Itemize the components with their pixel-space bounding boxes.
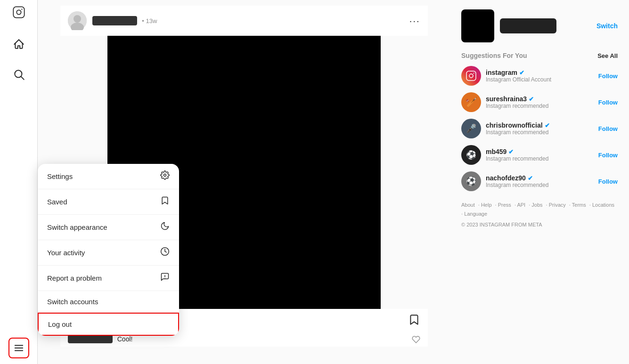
switch-appearance-label: Switch appearance bbox=[47, 223, 107, 231]
follow-button-nacho[interactable]: Follow bbox=[598, 178, 618, 185]
your-activity-menu-item[interactable]: Your activity bbox=[38, 240, 179, 266]
footer-link-api[interactable]: API bbox=[517, 202, 525, 208]
switch-accounts-label: Switch accounts bbox=[47, 298, 98, 306]
suggestion-avatar-instagram bbox=[461, 66, 481, 86]
dropdown-menu: Settings Saved Switch appearance bbox=[38, 164, 179, 336]
home-button[interactable] bbox=[8, 34, 29, 55]
verified-badge: ✔ bbox=[508, 148, 514, 155]
suggestion-avatar-suresh: 🏏 bbox=[461, 92, 481, 112]
svg-rect-17 bbox=[466, 71, 476, 81]
post-username: ████████ bbox=[92, 16, 137, 25]
saved-menu-item[interactable]: Saved bbox=[38, 189, 179, 215]
logout-label: Log out bbox=[48, 320, 72, 328]
left-sidebar: Settings Saved Switch appearance bbox=[0, 0, 38, 364]
svg-point-1 bbox=[16, 10, 21, 14]
alert-icon bbox=[160, 272, 170, 284]
settings-label: Settings bbox=[47, 172, 73, 180]
footer-links: About · Help · Press · API · Jobs · Priv… bbox=[461, 201, 618, 218]
suggestion-avatar-chris: 🎤 bbox=[461, 119, 481, 138]
your-activity-label: Your activity bbox=[47, 249, 85, 257]
suggestions-title: Suggestions For You bbox=[461, 52, 527, 59]
suggestions-header: Suggestions For You See All bbox=[461, 52, 618, 59]
suggestion-avatar-nacho: ⚽ bbox=[461, 171, 481, 191]
suggestion-name: instagram ✔ bbox=[486, 69, 598, 76]
settings-icon bbox=[160, 170, 170, 182]
report-problem-label: Report a problem bbox=[47, 274, 102, 282]
switch-button[interactable]: Switch bbox=[596, 22, 618, 30]
footer-copyright: © 2023 INSTAGRAM FROM META bbox=[461, 222, 618, 227]
footer-link-press[interactable]: Press bbox=[498, 202, 511, 208]
right-username bbox=[500, 18, 556, 33]
suggestion-sub: Instagram recommended bbox=[486, 182, 598, 188]
footer-link-language[interactable]: Language bbox=[464, 211, 487, 217]
follow-button-suresh[interactable]: Follow bbox=[598, 99, 618, 106]
follow-button-mb[interactable]: Follow bbox=[598, 152, 618, 159]
svg-rect-0 bbox=[13, 7, 24, 17]
svg-point-8 bbox=[164, 174, 166, 177]
saved-label: Saved bbox=[47, 198, 67, 206]
sidebar-bottom: Settings Saved Switch appearance bbox=[8, 338, 29, 358]
post-time: • 13w bbox=[142, 17, 157, 24]
follow-button-instagram[interactable]: Follow bbox=[598, 73, 618, 80]
verified-badge: ✔ bbox=[519, 69, 524, 76]
suggestion-sub: Instagram recommended bbox=[486, 103, 598, 109]
svg-line-4 bbox=[21, 77, 24, 80]
suggestion-info-mb: mb459 ✔ Instagram recommended bbox=[486, 148, 598, 162]
right-top-user: Switch bbox=[461, 9, 618, 42]
svg-point-13 bbox=[74, 15, 81, 23]
verified-badge: ✔ bbox=[545, 122, 550, 129]
suggestion-name: chrisbrownofficial ✔ bbox=[486, 121, 598, 129]
settings-menu-item[interactable]: Settings bbox=[38, 164, 179, 189]
suggestion-row: ⚽ nachofdez90 ✔ Instagram recommended Fo… bbox=[461, 171, 618, 191]
report-problem-menu-item[interactable]: Report a problem bbox=[38, 266, 179, 291]
right-sidebar: Switch Suggestions For You See All insta… bbox=[450, 0, 629, 364]
moon-icon bbox=[160, 221, 170, 233]
suggestion-avatar-mb: ⚽ bbox=[461, 145, 481, 165]
suggestion-info-nacho: nachofdez90 ✔ Instagram recommended bbox=[486, 174, 598, 188]
suggestion-name: nachofdez90 ✔ bbox=[486, 174, 598, 182]
suggestions-list: instagram ✔ Instagram Official Account F… bbox=[461, 66, 618, 191]
svg-point-18 bbox=[469, 74, 473, 78]
suggestion-row: 🎤 chrisbrownofficial ✔ Instagram recomme… bbox=[461, 119, 618, 138]
post-header: ████████ • 13w ··· bbox=[60, 6, 428, 36]
logout-menu-item[interactable]: Log out bbox=[38, 313, 179, 336]
suggestion-info-chris: chrisbrownofficial ✔ Instagram recommend… bbox=[486, 121, 598, 136]
hamburger-button[interactable] bbox=[8, 338, 29, 358]
footer-link-jobs[interactable]: Jobs bbox=[531, 202, 542, 208]
bookmark-icon bbox=[160, 196, 170, 208]
caption-text: Cool! bbox=[117, 335, 133, 343]
verified-badge: ✔ bbox=[528, 175, 533, 182]
suggestion-info-instagram: instagram ✔ Instagram Official Account bbox=[486, 69, 598, 83]
like-count-icon[interactable] bbox=[412, 335, 420, 345]
suggestion-row: 🏏 sureshraina3 ✔ Instagram recommended F… bbox=[461, 92, 618, 112]
instagram-logo[interactable] bbox=[12, 6, 25, 21]
suggestion-row: instagram ✔ Instagram Official Account F… bbox=[461, 66, 618, 86]
verified-badge: ✔ bbox=[529, 96, 534, 103]
suggestion-name: sureshraina3 ✔ bbox=[486, 95, 598, 103]
post-user-info: ████████ • 13w bbox=[92, 16, 157, 25]
svg-point-2 bbox=[21, 8, 22, 9]
more-options-button[interactable]: ··· bbox=[409, 16, 420, 26]
footer-link-privacy[interactable]: Privacy bbox=[549, 202, 566, 208]
switch-appearance-menu-item[interactable]: Switch appearance bbox=[38, 215, 179, 240]
suggestion-info-suresh: sureshraina3 ✔ Instagram recommended bbox=[486, 95, 598, 109]
suggestion-row: ⚽ mb459 ✔ Instagram recommended Follow bbox=[461, 145, 618, 165]
footer-link-about[interactable]: About bbox=[461, 202, 475, 208]
suggestion-name: mb459 ✔ bbox=[486, 148, 598, 155]
caption-username: ████████ bbox=[68, 335, 113, 343]
avatar bbox=[68, 11, 87, 30]
user-avatar-large bbox=[461, 9, 494, 42]
follow-button-chris[interactable]: Follow bbox=[598, 125, 618, 132]
footer-link-terms[interactable]: Terms bbox=[572, 202, 586, 208]
footer-link-help[interactable]: Help bbox=[481, 202, 492, 208]
suggestion-sub: Instagram recommended bbox=[486, 129, 598, 136]
suggestion-sub: Instagram recommended bbox=[486, 155, 598, 162]
activity-icon bbox=[160, 247, 170, 259]
switch-accounts-menu-item[interactable]: Switch accounts bbox=[38, 291, 179, 313]
save-button[interactable] bbox=[408, 314, 420, 329]
svg-point-19 bbox=[474, 73, 474, 74]
suggestion-sub: Instagram Official Account bbox=[486, 76, 598, 83]
see-all-button[interactable]: See All bbox=[597, 52, 618, 59]
footer-link-locations[interactable]: Locations bbox=[592, 202, 614, 208]
search-button[interactable] bbox=[8, 64, 29, 85]
